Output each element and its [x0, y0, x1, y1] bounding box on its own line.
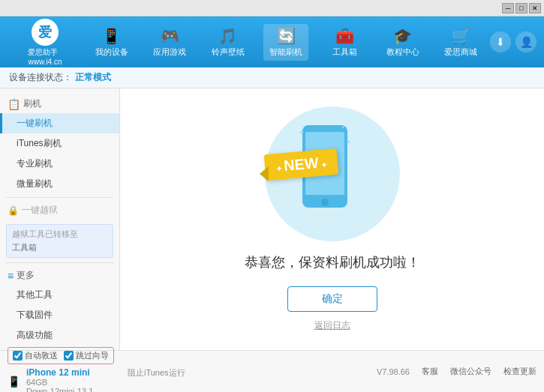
skip-wizard-input[interactable] — [64, 351, 74, 361]
svg-point-2 — [321, 199, 329, 206]
customer-service-link[interactable]: 客服 — [422, 366, 438, 377]
bottom-right: V7.98.66 客服 微信公众号 检查更新 — [377, 366, 536, 377]
sidebar-item-download-firmware[interactable]: 下载固件 — [0, 305, 119, 325]
nav-ringtone-wallpaper[interactable]: 🎵 铃声壁纸 — [206, 24, 251, 61]
nav-ringtone-icon: 🎵 — [218, 27, 237, 45]
nav-right-buttons: ⬇ 👤 — [490, 31, 536, 52]
nav-smart-flash-icon: 🔄 — [277, 27, 296, 45]
more-section-icon: ≡ — [8, 270, 14, 282]
content-area: 📋 刷机 一键刷机 iTunes刷机 专业刷机 微量刷机 🔒 一键越狱 — [0, 88, 544, 350]
app-container: 爱 爱思助手 www.i4.cn 📱 我的设备 🎮 应用游戏 🎵 铃声壁纸 🔄 … — [0, 16, 544, 392]
title-bar: ─ □ ✕ — [0, 0, 544, 16]
device-info: iPhone 12 mini 64GB Down-12mini-13,1 — [26, 367, 93, 392]
skip-wizard-checkbox[interactable]: 跳过向导 — [64, 350, 109, 361]
nav-my-device-icon: 📱 — [102, 27, 121, 45]
sidebar-divider-1 — [6, 197, 113, 198]
nav-shop-icon: 🛒 — [452, 27, 470, 45]
return-link[interactable]: 返回日志 — [314, 319, 350, 332]
nav-smart-flash[interactable]: 🔄 智能刷机 — [263, 24, 308, 61]
nav-apps-icon: 🎮 — [161, 27, 179, 45]
sidebar-item-other-tools[interactable]: 其他工具 — [0, 285, 119, 305]
bottom-bar: 自动敦送 跳过向导 📱 iPhone 12 mini 64GB Down-12m… — [0, 350, 544, 392]
success-illustration: ✦ ✦ ✦ NEW — [257, 106, 407, 241]
nav-apps-games[interactable]: 🎮 应用游戏 — [147, 24, 192, 61]
logo-icon: 爱 — [32, 19, 59, 46]
nav-tutorial[interactable]: 🎓 教程中心 — [380, 24, 425, 61]
nav-my-device[interactable]: 📱 我的设备 — [89, 24, 134, 61]
svg-text:✦: ✦ — [346, 139, 351, 145]
sidebar-item-pro-flash[interactable]: 专业刷机 — [0, 154, 119, 174]
itunes-status: 阻止iTunes运行 — [128, 368, 185, 377]
main-panel: ✦ ✦ ✦ NEW 恭喜您，保资料刷机成功啦！ 确定 返回日志 — [120, 88, 544, 350]
sidebar: 📋 刷机 一键刷机 iTunes刷机 专业刷机 微量刷机 🔒 一键越狱 — [0, 88, 120, 350]
sidebar-item-advanced[interactable]: 高级功能 — [0, 325, 119, 346]
wechat-link[interactable]: 微信公众号 — [450, 366, 491, 377]
sidebar-section-jailbreak: 🔒 一键越狱 — [0, 201, 119, 220]
checkbox-group: 自动敦送 跳过向导 — [8, 347, 114, 364]
minimize-button[interactable]: ─ — [502, 3, 514, 13]
auto-connect-checkbox[interactable]: 自动敦送 — [13, 350, 58, 361]
nav-tutorial-icon: 🎓 — [393, 27, 412, 45]
flash-section-icon: 📋 — [8, 98, 20, 110]
nav-toolbox[interactable]: 🧰 工具箱 — [322, 24, 367, 61]
auto-connect-input[interactable] — [13, 351, 23, 361]
close-button[interactable]: ✕ — [529, 3, 541, 13]
ribbon-decoration — [260, 166, 269, 181]
logo-text: 爱思助手 www.i4.cn — [28, 47, 62, 66]
sidebar-item-save-flash[interactable]: 微量刷机 — [0, 174, 119, 194]
sidebar-item-one-key-flash[interactable]: 一键刷机 — [0, 113, 119, 133]
nav-toolbox-icon: 🧰 — [335, 27, 354, 45]
svg-text:✦: ✦ — [341, 125, 345, 130]
sidebar-section-flash[interactable]: 📋 刷机 — [0, 94, 119, 113]
status-bar: 设备连接状态： 正常模式 — [0, 67, 544, 88]
jailbreak-info-box: 越狱工具已转移至 工具箱 — [6, 224, 113, 258]
svg-text:✦: ✦ — [299, 128, 305, 136]
jailbreak-lock-icon: 🔒 — [8, 205, 19, 216]
sidebar-divider-2 — [6, 262, 113, 263]
confirm-button[interactable]: 确定 — [287, 286, 377, 312]
check-update-link[interactable]: 检查更新 — [503, 366, 536, 377]
logo-area: 爱 爱思助手 www.i4.cn — [8, 19, 83, 66]
nav-shop[interactable]: 🛒 爱思商城 — [438, 24, 483, 61]
download-button[interactable]: ⬇ — [490, 31, 511, 52]
version-label: V7.98.66 — [377, 367, 410, 376]
sidebar-section-more[interactable]: ≡ 更多 — [0, 266, 119, 285]
top-nav: 爱 爱思助手 www.i4.cn 📱 我的设备 🎮 应用游戏 🎵 铃声壁纸 🔄 … — [0, 16, 544, 67]
success-text: 恭喜您，保资料刷机成功啦！ — [245, 253, 420, 271]
device-icon: 📱 — [8, 376, 20, 388]
bottom-left: 自动敦送 跳过向导 📱 iPhone 12 mini 64GB Down-12m… — [8, 347, 128, 392]
nav-items: 📱 我的设备 🎮 应用游戏 🎵 铃声壁纸 🔄 智能刷机 🧰 工具箱 🎓 — [83, 24, 490, 61]
sidebar-item-itunes-flash[interactable]: iTunes刷机 — [0, 133, 119, 154]
user-button[interactable]: 👤 — [515, 31, 536, 52]
maximize-button[interactable]: □ — [515, 3, 527, 13]
bottom-center: 阻止iTunes运行 — [128, 365, 377, 379]
